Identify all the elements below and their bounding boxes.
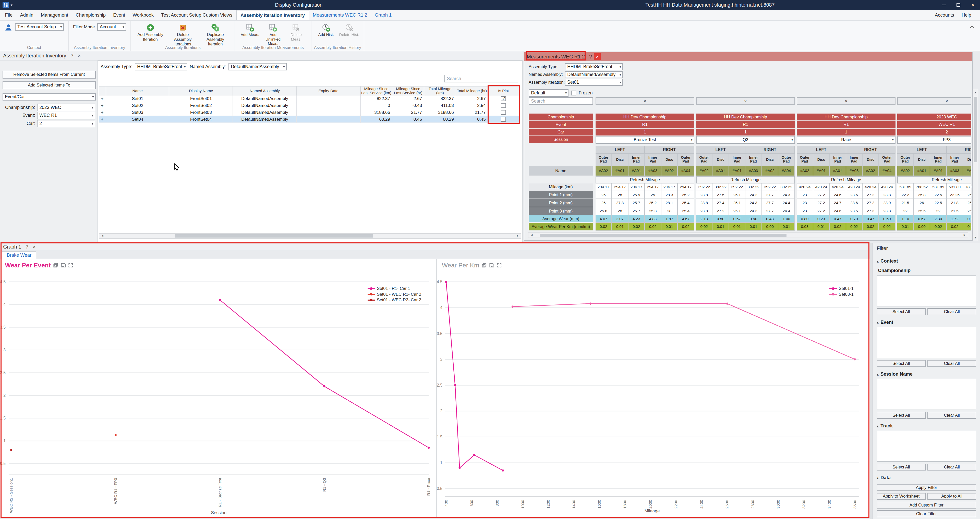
menu-tab-event[interactable]: Event (110, 10, 129, 20)
vertical-scrollbar[interactable]: ▲ ▼ (973, 89, 978, 241)
scroll-up-icon[interactable]: ▲ (973, 89, 978, 95)
minimize-button[interactable] (937, 0, 951, 10)
filter-section-data[interactable]: ▴Data (877, 475, 977, 481)
event-combo[interactable]: WEC R1▾ (37, 112, 95, 119)
export-icon[interactable] (482, 263, 487, 268)
frozen-checkbox[interactable] (571, 90, 576, 96)
account-setup-combo[interactable]: Test Account Setup▾ (15, 23, 64, 31)
apply-to-worksheet-button[interactable]: Apply to Worksheet (877, 493, 926, 500)
inventory-row-set01[interactable]: +Set01FrontSet01DefaultNamedAssembly822.… (99, 95, 520, 102)
column-header-named-assembly[interactable]: Named Assembly (233, 87, 297, 95)
session-combo[interactable]: Bronze Test▾ (595, 136, 694, 143)
scroll-right-icon[interactable]: ► (961, 233, 967, 238)
column-header-name[interactable]: Name (106, 87, 169, 95)
is-plot-checkbox[interactable] (501, 110, 506, 115)
clear-all-button[interactable]: Clear All (928, 463, 976, 470)
menu-tab-admin[interactable]: Admin (16, 10, 37, 20)
select-all-button[interactable]: Select All (877, 308, 926, 315)
menu-tab-graph-1[interactable]: Graph 1 (371, 10, 395, 20)
scroll-thumb[interactable] (974, 97, 977, 162)
scroll-track[interactable] (535, 233, 962, 238)
scroll-track[interactable] (973, 95, 978, 234)
menu-tab-workbook[interactable]: Workbook (129, 10, 158, 20)
filter-section-context[interactable]: ▴Context (877, 258, 977, 264)
search-input[interactable] (529, 97, 593, 105)
ribbon-button-add-assembly-iteration[interactable]: Add Assembly Iteration (135, 23, 165, 42)
assembly-type-combo[interactable]: HHDM_BrakeSetFront▾ (565, 63, 623, 70)
select-all-button[interactable]: Select All (877, 360, 926, 367)
remove-measurement-button[interactable]: × (897, 97, 971, 105)
row-expander-icon[interactable]: + (99, 109, 106, 116)
assembly-iteration-combo[interactable]: Set01▾ (565, 79, 623, 86)
column-header-total-mileage-hr[interactable]: Total Mileage (hr) (456, 87, 488, 95)
horizontal-scrollbar[interactable]: ◄ ► (528, 232, 968, 238)
ribbon-button-duplicate-assembly-iteration[interactable]: Duplicate Assembly Iteration (200, 23, 231, 47)
column-header-mileage-since-last-service-hr[interactable]: Mileage Since Last Service (hr) (392, 87, 424, 95)
session-combo[interactable]: Race▾ (797, 136, 896, 143)
apply-filter-button[interactable]: Apply Filter (877, 484, 977, 491)
select-all-button[interactable]: Select All (877, 412, 926, 419)
filter-mode-combo[interactable]: Account▾ (97, 23, 126, 31)
menu-tab-assembly-iteration-inventory[interactable]: Assembly Iteration Inventory (236, 10, 309, 20)
column-header-mileage-since-last-service-km[interactable]: Mileage Since Last Service (km) (361, 87, 393, 95)
app-icon[interactable] (3, 2, 9, 8)
help-button[interactable]: ? (70, 53, 73, 59)
filter-section-track[interactable]: ▴Track (877, 423, 977, 429)
close-panel-button[interactable]: × (33, 244, 35, 250)
search-input[interactable] (444, 75, 518, 82)
help-button[interactable]: ? (589, 54, 592, 60)
menu-item-help[interactable]: Help (958, 10, 975, 20)
export-icon[interactable] (53, 263, 58, 268)
session-combo[interactable]: Q3▾ (696, 136, 795, 143)
scroll-right-icon[interactable]: ► (515, 233, 521, 238)
filter-listbox[interactable] (877, 327, 977, 358)
help-button[interactable]: ? (25, 244, 28, 250)
column-header-display-name[interactable]: Display Name (169, 87, 233, 95)
row-expander-icon[interactable]: + (99, 116, 106, 123)
remove-selected-button[interactable]: Remove Selected Items From Current (3, 71, 96, 79)
tab-brake-wear[interactable]: Brake Wear (2, 251, 36, 259)
inventory-row-set04[interactable]: +Set04FrontSet04DefaultNamedAssembly60.2… (99, 116, 520, 123)
scroll-down-icon[interactable]: ▼ (973, 235, 978, 241)
scroll-thumb[interactable] (540, 234, 786, 237)
menu-tab-management[interactable]: Management (37, 10, 72, 20)
event-car-combo[interactable]: Event/Car▾ (3, 93, 96, 100)
add-selected-button[interactable]: Add Selected Items To (3, 81, 96, 89)
select-all-button[interactable]: Select All (877, 463, 926, 470)
close-button[interactable]: × (966, 0, 980, 10)
filter-section-session-name[interactable]: ▴Session Name (877, 371, 977, 377)
refresh-mileage-button[interactable]: Refresh Mileage (897, 176, 971, 184)
clear-all-button[interactable]: Clear All (928, 412, 976, 419)
row-expander-icon[interactable]: + (99, 95, 106, 102)
ribbon-button-add-hist[interactable]: Add Hist. (316, 23, 336, 37)
menu-tab-championship[interactable]: Championship (72, 10, 110, 20)
filter-listbox[interactable] (877, 379, 977, 410)
session-combo[interactable]: FP3▾ (897, 136, 971, 143)
scroll-left-icon[interactable]: ◄ (99, 233, 105, 238)
column-header-is-plot[interactable]: Is Plot (488, 87, 519, 95)
add-custom-filter-button[interactable]: Add Custom Filter (877, 502, 977, 508)
is-plot-checkbox[interactable] (501, 103, 506, 108)
filter-section-event[interactable]: ▴Event (877, 319, 977, 325)
scroll-thumb[interactable] (175, 234, 373, 238)
filter-listbox[interactable] (877, 275, 977, 306)
ribbon-button-add-meas[interactable]: Add Meas. (240, 23, 260, 37)
splitter[interactable] (870, 243, 873, 519)
quick-access-caret-icon[interactable]: ▾ (11, 3, 13, 7)
inventory-row-set02[interactable]: +Set02FrontSet02DefaultNamedAssembly0-0.… (99, 102, 520, 109)
horizontal-scrollbar[interactable]: ◄ ► (99, 233, 522, 239)
remove-measurement-button[interactable]: × (696, 97, 795, 105)
preset-combo[interactable]: Default▾ (529, 89, 569, 97)
refresh-mileage-button[interactable]: Refresh Mileage (797, 176, 896, 184)
refresh-mileage-button[interactable]: Refresh Mileage (595, 176, 694, 184)
apply-to-all-button[interactable]: Apply to All (928, 493, 976, 500)
maximize-icon[interactable] (68, 263, 73, 268)
scroll-left-icon[interactable]: ◄ (528, 233, 535, 238)
remove-measurement-button[interactable]: × (595, 97, 694, 105)
remove-measurement-button[interactable]: × (797, 97, 896, 105)
maximize-button[interactable] (951, 0, 966, 10)
row-expander-icon[interactable]: + (99, 102, 106, 109)
is-plot-checkbox[interactable] (501, 96, 506, 101)
clear-all-button[interactable]: Clear All (928, 308, 976, 315)
close-panel-button[interactable]: × (78, 53, 80, 59)
